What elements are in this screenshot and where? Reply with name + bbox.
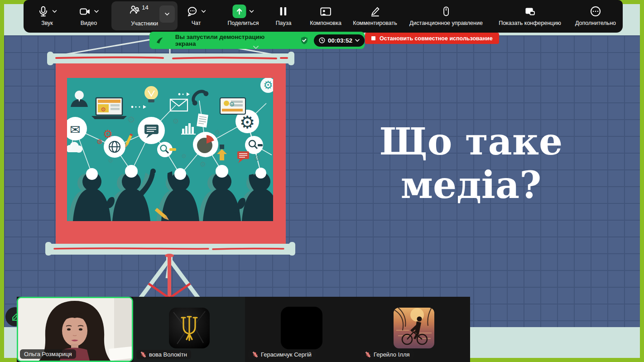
stop-share-label: Остановить совместное использование: [380, 35, 493, 42]
trident-avatar: [169, 308, 210, 348]
svg-text:⚙: ⚙: [240, 112, 255, 132]
remote-control-label: Дистанционное управление: [409, 20, 483, 26]
svg-text:⚙: ⚙: [127, 114, 135, 125]
media-network-picture: ✉ ⚙: [63, 77, 280, 222]
chat-icon: [187, 5, 198, 17]
muted-mic-icon: [140, 352, 146, 357]
video-camera-icon: [79, 5, 91, 17]
svg-text:⚙: ⚙: [263, 79, 273, 92]
chevron-down-icon[interactable]: [94, 10, 99, 13]
svg-text:⚙: ⚙: [200, 160, 206, 169]
video-button[interactable]: Видео: [79, 3, 99, 26]
chat-label: Чат: [192, 20, 201, 26]
chevron-down-icon[interactable]: [250, 10, 254, 13]
participant-name-label: Герасимчук Сергій: [248, 350, 316, 359]
svg-text:✉: ✉: [70, 122, 80, 137]
layout-label: Компоновка: [310, 20, 341, 26]
show-meeting-button[interactable]: Показать конференцию: [499, 3, 561, 26]
share-timer[interactable]: 00:03:52: [314, 34, 365, 47]
participants-icon: [129, 3, 141, 15]
muted-mic-icon: [252, 352, 258, 357]
more-ellipsis-icon: [590, 5, 601, 17]
projector-bottom-bar: [45, 242, 295, 256]
muted-mic-icon: [365, 352, 371, 357]
participants-dropdown[interactable]: [159, 5, 175, 23]
svg-text:⚙: ⚙: [229, 101, 235, 108]
remote-control-button[interactable]: Дистанционное управление: [409, 3, 483, 26]
more-button[interactable]: Дополнительно: [575, 3, 616, 26]
share-label: Поделиться: [227, 20, 259, 26]
collapse-banner-chevron-icon[interactable]: [253, 45, 259, 49]
black-square-avatar: [281, 307, 322, 349]
participant-name-label: Ольга Розмариця: [20, 349, 76, 359]
stop-share-button[interactable]: Остановить совместное использование: [365, 33, 499, 44]
slide-title-line1: Що таке: [375, 120, 567, 163]
share-screen-icon: [233, 5, 246, 18]
chat-button[interactable]: Чат: [187, 3, 206, 26]
participants-video-strip: Ольга Розмариця: [17, 297, 470, 362]
participant-name: Ольга Розмариця: [24, 351, 72, 357]
svg-text:⚙: ⚙: [254, 153, 261, 163]
share-banner-message: Вы запустили демонстрацию экрана: [175, 34, 286, 47]
layout-button[interactable]: Компоновка: [310, 3, 341, 26]
zoom-meeting-window: ✉ ⚙: [0, 0, 644, 362]
chevron-down-icon[interactable]: [202, 10, 206, 13]
svg-text:⚙: ⚙: [108, 157, 113, 164]
clock-icon: [319, 37, 325, 43]
annotate-label: Комментировать: [353, 20, 397, 26]
video-label: Видео: [81, 20, 97, 26]
projector-top-bar: [47, 52, 294, 65]
participants-label: Участники: [131, 20, 158, 27]
security-shield-icon: [300, 36, 308, 45]
audio-label: Звук: [41, 20, 53, 26]
cyclist-sunset-avatar: [394, 308, 434, 348]
share-screen-button[interactable]: Поделиться: [227, 3, 259, 26]
participant-name-label: вова Волокітн: [136, 350, 191, 359]
participant-name-label: Герейло Ілля: [361, 350, 414, 359]
show-meeting-label: Показать конференцию: [499, 20, 561, 26]
participant-tile-olga[interactable]: Ольга Розмариця: [17, 297, 133, 362]
annotate-pencil-icon: [369, 5, 381, 17]
svg-text:⚙: ⚙: [181, 153, 187, 159]
slide-title-line2: медіа?: [375, 163, 567, 207]
svg-text:⚙: ⚙: [101, 106, 106, 113]
pause-share-button[interactable]: Пауза: [276, 3, 292, 26]
svg-text:⚙: ⚙: [96, 138, 102, 146]
chevron-down-icon[interactable]: [53, 10, 57, 13]
participant-tile-hereylo[interactable]: Герейло Ілля: [358, 297, 470, 362]
audio-button[interactable]: Звук: [38, 3, 57, 26]
svg-text:⚙: ⚙: [103, 128, 113, 140]
chevron-down-icon: [355, 39, 360, 42]
chevron-down-icon: [165, 13, 169, 16]
pause-icon: [279, 5, 288, 17]
meeting-toolbar: Звук Видео 1: [24, 0, 623, 33]
microphone-icon: [38, 5, 49, 17]
projector-tripod: [138, 254, 201, 302]
participant-tile-vova[interactable]: вова Волокітн: [133, 297, 245, 362]
more-label: Дополнительно: [575, 20, 616, 26]
participant-name: вова Волокітн: [149, 351, 187, 358]
participants-button[interactable]: 14 Участники: [111, 1, 178, 30]
swoosh-icon: [156, 37, 163, 44]
screen-share-banner: Вы запустили демонстрацию экрана 00:03:5…: [149, 32, 365, 49]
remote-control-mouse-icon: [441, 5, 452, 17]
share-timer-value: 00:03:52: [328, 37, 352, 44]
svg-text:⚙: ⚙: [173, 117, 179, 125]
participants-count-badge: 14: [142, 4, 148, 11]
annotate-button[interactable]: Комментировать: [353, 3, 397, 26]
participant-name: Герасимчук Сергій: [261, 351, 312, 358]
participant-name: Герейло Ілля: [374, 351, 410, 358]
stop-square-icon: [371, 36, 375, 40]
layout-icon: [319, 5, 332, 17]
projector-screen-illustration: ✉ ⚙: [41, 30, 303, 306]
document-icon: [197, 114, 208, 128]
pause-label: Пауза: [276, 20, 292, 26]
slide-title: Що таке медіа?: [375, 120, 567, 207]
svg-text:⚙: ⚙: [215, 129, 221, 136]
participant-tile-herasymchuk[interactable]: Герасимчук Сергій: [245, 297, 358, 362]
show-meeting-windows-icon: [524, 5, 536, 17]
